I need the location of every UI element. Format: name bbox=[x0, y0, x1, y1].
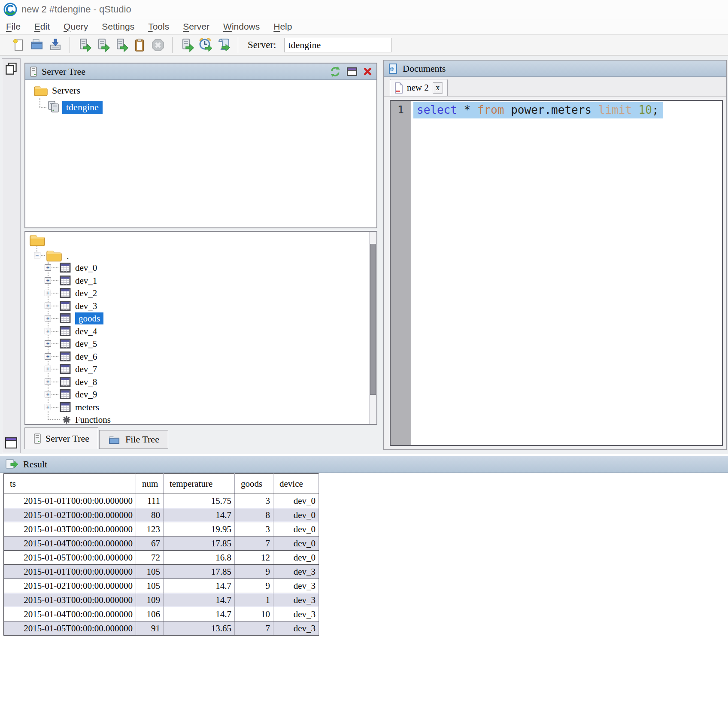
cell-goods[interactable]: 3 bbox=[235, 522, 273, 536]
tree-row-dev_0[interactable]: +dev_0 bbox=[25, 261, 360, 274]
cell-ts[interactable]: 2015-01-05T00:00:00.000000 bbox=[4, 551, 136, 565]
tree-node-label[interactable]: meters bbox=[75, 401, 99, 414]
cell-temperature[interactable]: 14.7 bbox=[164, 593, 235, 607]
restore-windows-icon[interactable] bbox=[5, 62, 18, 75]
cell-goods[interactable]: 10 bbox=[235, 607, 273, 621]
sql-statement[interactable]: select * from power.meters limit 10; bbox=[413, 102, 663, 118]
tree-node-label[interactable]: Functions bbox=[75, 413, 111, 425]
cell-goods[interactable]: 8 bbox=[235, 508, 273, 522]
cell-device[interactable]: dev_3 bbox=[273, 565, 319, 579]
tree-node-label[interactable]: dev_4 bbox=[75, 325, 97, 338]
scrollbar-thumb[interactable] bbox=[370, 244, 376, 395]
cell-ts[interactable]: 2015-01-03T00:00:00.000000 bbox=[4, 522, 136, 536]
new-document-icon[interactable] bbox=[11, 38, 26, 52]
tree-node-label[interactable]: dev_2 bbox=[75, 287, 97, 300]
tree-node-label[interactable]: dev_1 bbox=[75, 274, 97, 287]
cell-ts[interactable]: 2015-01-04T00:00:00.000000 bbox=[4, 536, 136, 551]
tree-row-dev_6[interactable]: +dev_6 bbox=[25, 350, 360, 363]
cell-num[interactable]: 91 bbox=[136, 621, 164, 636]
menu-windows[interactable]: Windows bbox=[223, 21, 260, 32]
cell-temperature[interactable]: 17.85 bbox=[164, 536, 235, 551]
expand-toggle[interactable]: + bbox=[45, 366, 51, 372]
cell-ts[interactable]: 2015-01-05T00:00:00.000000 bbox=[4, 621, 136, 636]
cell-ts[interactable]: 2015-01-01T00:00:00.000000 bbox=[4, 565, 136, 579]
tree-row-dev_9[interactable]: +dev_9 bbox=[25, 388, 360, 401]
tree-node-label[interactable]: dev_7 bbox=[75, 363, 97, 376]
expand-toggle[interactable]: + bbox=[45, 277, 51, 284]
expand-toggle[interactable]: + bbox=[45, 290, 51, 296]
tree-row-dev_4[interactable]: +dev_4 bbox=[25, 325, 360, 338]
cell-num[interactable]: 72 bbox=[136, 551, 164, 565]
sql-editor[interactable]: 1 select * from power.meters limit 10; bbox=[390, 100, 723, 446]
expand-toggle[interactable]: + bbox=[45, 404, 51, 410]
maximize-panel-icon[interactable] bbox=[347, 67, 357, 76]
cell-device[interactable]: dev_0 bbox=[273, 536, 319, 551]
expand-toggle[interactable]: + bbox=[45, 391, 51, 397]
cell-device[interactable]: dev_0 bbox=[273, 508, 319, 522]
tree-row-dev_3[interactable]: +dev_3 bbox=[25, 300, 360, 312]
cell-temperature[interactable]: 13.65 bbox=[164, 621, 235, 636]
column-header-ts[interactable]: ts bbox=[4, 474, 136, 494]
collapse-toggle[interactable]: − bbox=[34, 252, 40, 258]
column-header-device[interactable]: device bbox=[273, 474, 319, 494]
server-node-tdengine[interactable]: tdengine bbox=[62, 101, 103, 114]
open-file-icon[interactable] bbox=[30, 38, 44, 52]
cell-goods[interactable]: 9 bbox=[235, 565, 273, 579]
send-to-server-icon[interactable] bbox=[179, 38, 194, 52]
servers-root-node[interactable]: Servers bbox=[52, 85, 80, 96]
cell-num[interactable]: 109 bbox=[136, 593, 164, 607]
cell-ts[interactable]: 2015-01-03T00:00:00.000000 bbox=[4, 593, 136, 607]
execute-current-statement-icon[interactable] bbox=[95, 38, 110, 52]
column-header-temperature[interactable]: temperature bbox=[164, 474, 235, 494]
cell-temperature[interactable]: 15.75 bbox=[164, 494, 235, 508]
cell-num[interactable]: 106 bbox=[136, 607, 164, 621]
cell-temperature[interactable]: 14.7 bbox=[164, 579, 235, 593]
cell-goods[interactable]: 9 bbox=[235, 579, 273, 593]
schedule-query-icon[interactable] bbox=[198, 38, 212, 52]
menu-tools[interactable]: Tools bbox=[148, 21, 169, 32]
tree-row-dev_2[interactable]: +dev_2 bbox=[25, 287, 360, 300]
tab-file-tree[interactable]: File Tree bbox=[99, 430, 168, 449]
cell-num[interactable]: 105 bbox=[136, 579, 164, 593]
minimized-window-icon[interactable] bbox=[5, 437, 17, 448]
cell-goods[interactable]: 3 bbox=[235, 494, 273, 508]
cell-num[interactable]: 123 bbox=[136, 522, 164, 536]
cell-ts[interactable]: 2015-01-02T00:00:00.000000 bbox=[4, 579, 136, 593]
close-panel-icon[interactable] bbox=[363, 67, 372, 76]
menu-settings[interactable]: Settings bbox=[102, 21, 134, 32]
menu-edit[interactable]: Edit bbox=[34, 21, 50, 32]
cell-device[interactable]: dev_0 bbox=[273, 522, 319, 536]
expand-toggle[interactable]: + bbox=[45, 315, 51, 321]
stop-query-icon[interactable] bbox=[151, 38, 165, 52]
expand-toggle[interactable]: + bbox=[45, 353, 51, 360]
cell-ts[interactable]: 2015-01-04T00:00:00.000000 bbox=[4, 607, 136, 621]
tree-row-meters[interactable]: +meters bbox=[25, 401, 360, 414]
menu-server[interactable]: Server bbox=[183, 21, 209, 32]
file-tree-scrollbar[interactable] bbox=[369, 232, 376, 424]
column-header-goods[interactable]: goods bbox=[235, 474, 273, 494]
tree-row-goods[interactable]: +goods bbox=[25, 312, 360, 325]
cell-num[interactable]: 105 bbox=[136, 565, 164, 579]
cell-device[interactable]: dev_3 bbox=[273, 593, 319, 607]
tree-row-Functions[interactable]: Functions bbox=[25, 413, 360, 425]
execute-selection-icon[interactable] bbox=[114, 38, 128, 52]
cell-temperature[interactable]: 14.7 bbox=[164, 607, 235, 621]
tree-node-label[interactable]: dev_8 bbox=[75, 376, 97, 388]
menu-file[interactable]: File bbox=[6, 21, 21, 32]
expand-toggle[interactable]: + bbox=[45, 379, 51, 385]
cell-device[interactable]: dev_0 bbox=[273, 494, 319, 508]
database-root-node[interactable]: . bbox=[67, 251, 69, 262]
tree-node-label[interactable]: dev_9 bbox=[75, 388, 97, 401]
tree-row-dev_7[interactable]: +dev_7 bbox=[25, 363, 360, 376]
menu-help[interactable]: Help bbox=[273, 21, 292, 32]
column-header-num[interactable]: num bbox=[136, 474, 164, 494]
expand-toggle[interactable]: + bbox=[45, 340, 51, 347]
tree-node-label[interactable]: dev_3 bbox=[75, 300, 97, 312]
copy-to-clipboard-icon[interactable] bbox=[132, 38, 147, 52]
execute-query-icon[interactable] bbox=[77, 38, 91, 52]
refresh-icon[interactable] bbox=[330, 66, 341, 77]
cell-device[interactable]: dev_0 bbox=[273, 551, 319, 565]
cell-temperature[interactable]: 14.7 bbox=[164, 508, 235, 522]
cell-ts[interactable]: 2015-01-02T00:00:00.000000 bbox=[4, 508, 136, 522]
tab-server-tree[interactable]: Server Tree bbox=[24, 427, 98, 449]
